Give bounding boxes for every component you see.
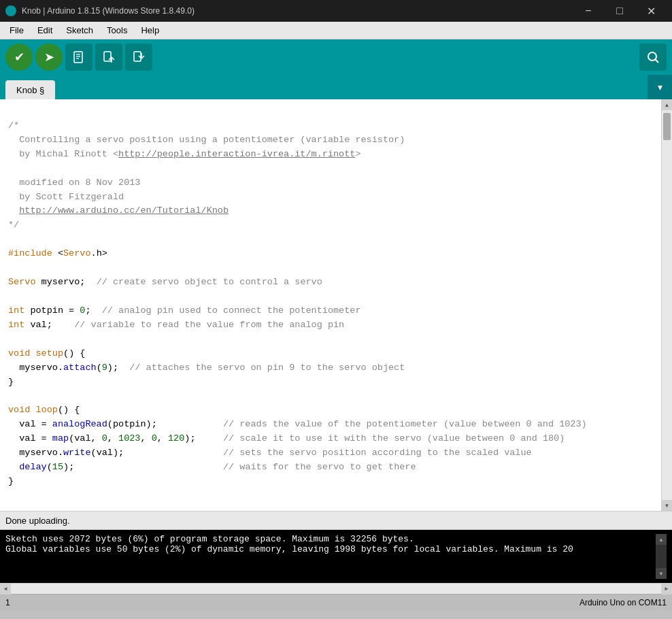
title-bar-controls: − □ ✕: [573, 0, 667, 22]
console-output: Sketch uses 2072 bytes (6%) of program s…: [5, 534, 656, 579]
close-button[interactable]: ✕: [635, 0, 667, 22]
scroll-down-arrow[interactable]: ▼: [662, 500, 673, 511]
toolbar: ✔ ➤: [0, 39, 672, 75]
serial-monitor-button[interactable]: [639, 44, 667, 71]
menu-sketch[interactable]: Sketch: [59, 24, 100, 37]
menu-help[interactable]: Help: [134, 24, 166, 37]
console-scroll-track: [656, 545, 667, 568]
title-bar: Knob | Arduino 1.8.15 (Windows Store 1.8…: [0, 0, 672, 22]
verify-button[interactable]: ✔: [5, 44, 33, 71]
menu-tools[interactable]: Tools: [100, 24, 134, 37]
board-info: Arduino Uno on COM11: [579, 598, 667, 607]
app-icon: [5, 5, 16, 16]
title-bar-left: Knob | Arduino 1.8.15 (Windows Store 1.8…: [5, 5, 195, 16]
done-status: Done uploading.: [5, 516, 70, 526]
svg-rect-4: [104, 52, 111, 61]
svg-point-8: [648, 52, 656, 61]
scroll-track: [662, 110, 672, 500]
menu-bar: File Edit Sketch Tools Help: [0, 22, 672, 39]
code-editor[interactable]: /* Controlling a servo position using a …: [0, 99, 661, 511]
console-area: Sketch uses 2072 bytes (6%) of program s…: [0, 530, 672, 583]
console-scroll-down[interactable]: ▼: [656, 568, 667, 579]
console-line-1: Sketch uses 2072 bytes (6%) of program s…: [5, 534, 656, 544]
window-title: Knob | Arduino 1.8.15 (Windows Store 1.8…: [22, 6, 195, 16]
new-button[interactable]: [65, 44, 93, 71]
editor-area: /* Controlling a servo position using a …: [0, 99, 672, 511]
tab-label: Knob §: [16, 85, 44, 95]
maximize-button[interactable]: □: [604, 0, 635, 22]
console-scrollbar[interactable]: ▲ ▼: [656, 534, 667, 579]
tab-bar: Knob § ▾: [0, 75, 672, 99]
chevron-down-icon: ▾: [658, 82, 662, 93]
svg-rect-0: [74, 52, 82, 63]
hscroll-track: [11, 584, 661, 594]
minimize-button[interactable]: −: [573, 0, 604, 22]
scroll-up-arrow[interactable]: ▲: [662, 99, 673, 110]
done-bar: Done uploading.: [0, 511, 672, 530]
tab-knob[interactable]: Knob §: [5, 80, 55, 99]
scroll-thumb[interactable]: [663, 113, 671, 140]
hscroll-right-arrow[interactable]: ►: [661, 584, 672, 595]
line-number: 1: [5, 598, 10, 607]
console-scroll-up[interactable]: ▲: [656, 534, 667, 545]
save-button[interactable]: [125, 44, 152, 71]
menu-edit[interactable]: Edit: [31, 24, 59, 37]
hscroll-left-arrow[interactable]: ◄: [0, 584, 11, 595]
tab-dropdown-button[interactable]: ▾: [648, 75, 672, 99]
open-button[interactable]: [95, 44, 122, 71]
horizontal-scrollbar[interactable]: ◄ ►: [0, 583, 672, 594]
console-line-2: Global variables use 50 bytes (2%) of dy…: [5, 544, 656, 554]
svg-line-9: [656, 60, 659, 63]
menu-file[interactable]: File: [3, 24, 31, 37]
vertical-scrollbar[interactable]: ▲ ▼: [661, 99, 672, 511]
status-bar: 1 Arduino Uno on COM11: [0, 594, 672, 610]
upload-button[interactable]: ➤: [35, 44, 63, 71]
